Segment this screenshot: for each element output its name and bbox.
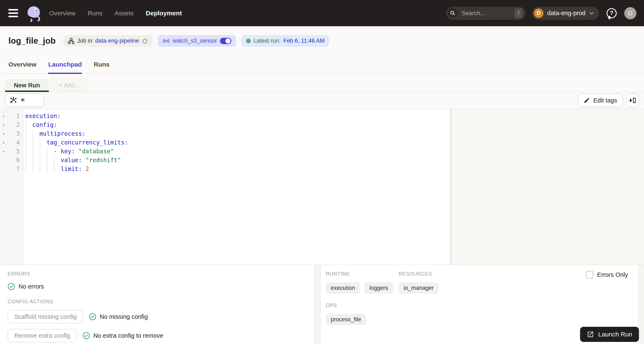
deployment-avatar: D xyxy=(534,8,544,18)
line-number: 2 xyxy=(7,121,23,129)
op-selection-input[interactable]: * xyxy=(5,94,44,107)
scrollbar-track[interactable] xyxy=(638,265,644,344)
menu-icon[interactable] xyxy=(8,9,18,17)
tab-runs[interactable]: Runs xyxy=(94,55,109,73)
code-line-4[interactable]: tag_concurrency_limits: xyxy=(25,138,450,147)
code-line-7[interactable]: limit: 2 xyxy=(25,165,450,173)
fold-toggle-icon[interactable]: ▾ xyxy=(0,147,7,156)
launch-run-button[interactable]: Launch Run xyxy=(580,327,639,342)
primary-nav: OverviewRunsAssetsDeployment xyxy=(49,10,182,17)
job-origin-pill: Job in data-eng-pipeline xyxy=(63,35,153,47)
help-icon: ? xyxy=(610,10,614,16)
config-action-status: No missing config xyxy=(89,313,148,321)
run-status-dot xyxy=(246,39,251,43)
launch-run-label: Launch Run xyxy=(598,331,632,338)
config-editor[interactable]: ▾1▾2▾3▾4▾567 execution: config: multipro… xyxy=(0,109,450,265)
sensor-icon xyxy=(162,38,170,43)
config-action-row: Scaffold missing configNo missing config xyxy=(8,310,314,324)
sensor-pill: watch_s3_sensor xyxy=(158,35,236,47)
op-selection-icon xyxy=(9,97,17,104)
preview-panel-splitter[interactable] xyxy=(314,265,321,344)
dagster-logo[interactable] xyxy=(25,5,42,22)
launch-icon xyxy=(587,331,594,338)
reload-icon[interactable] xyxy=(142,38,148,44)
config-action-status: No extra config to remove xyxy=(82,332,163,339)
pencil-icon xyxy=(584,97,590,104)
search-icon xyxy=(448,8,458,18)
errors-only-toggle[interactable]: Errors Only xyxy=(586,271,628,279)
config-schema-panel xyxy=(451,109,644,265)
code-line-6[interactable]: value: "redshift" xyxy=(25,156,450,165)
line-number: 6 xyxy=(7,156,23,165)
tab-overview[interactable]: Overview xyxy=(8,55,36,73)
fold-toggle-icon[interactable]: ▾ xyxy=(0,112,7,121)
expand-panel-icon xyxy=(629,97,636,104)
config-section-ops: OPSprocess_file xyxy=(326,302,636,325)
page-tabs: Overview Launchpad Runs xyxy=(0,55,644,74)
line-number: 4 xyxy=(7,138,23,147)
op-selection-value: * xyxy=(20,97,25,106)
page-title: log_file_job xyxy=(8,36,56,46)
fold-toggle-icon[interactable]: ▾ xyxy=(0,129,7,138)
fold-toggle-icon[interactable]: ▾ xyxy=(0,121,7,129)
errors-heading: ERRORS xyxy=(8,271,314,277)
config-section-resources: RESOURCESio_manager xyxy=(398,271,459,294)
editor-gutter: ▾1▾2▾3▾4▾567 xyxy=(0,109,23,265)
no-errors-status: No errors xyxy=(8,283,314,290)
nav-item-deployment[interactable]: Deployment xyxy=(146,10,182,17)
section-heading: OPS xyxy=(326,302,636,308)
remove-extra-config-button[interactable]: Remove extra config xyxy=(8,329,77,342)
config-action-row: Remove extra configNo extra config to re… xyxy=(8,329,314,342)
code-line-1[interactable]: execution: xyxy=(25,112,450,121)
errors-panel: ERRORS No errors CONFIG ACTIONS: Scaffol… xyxy=(0,265,314,344)
fold-toggle-icon[interactable]: ▾ xyxy=(0,138,7,147)
config-tag-loggers[interactable]: loggers xyxy=(364,282,393,294)
search-shortcut-key: / xyxy=(515,8,523,18)
pipeline-link[interactable]: data-eng-pipeline xyxy=(95,38,139,44)
help-button[interactable]: ? xyxy=(606,8,617,18)
latest-run-link[interactable]: Feb 6, 11:46 AM xyxy=(283,38,324,44)
chevron-down-icon xyxy=(589,12,594,15)
config-tab-new-run[interactable]: New Run xyxy=(5,79,49,92)
latest-run-label: Latest run: xyxy=(254,38,280,44)
scaffold-missing-config-button[interactable]: Scaffold missing config xyxy=(8,310,83,324)
deployment-name: data-eng-prod xyxy=(547,10,586,16)
config-section-runtime: RUNTIMEexecutionloggers xyxy=(326,271,393,294)
line-number: 7 xyxy=(7,165,23,173)
line-number: 3 xyxy=(7,129,23,138)
nav-item-assets[interactable]: Assets xyxy=(114,10,134,17)
config-tag-execution[interactable]: execution xyxy=(326,282,360,294)
code-line-3[interactable]: multiprocess: xyxy=(25,129,450,138)
no-errors-text: No errors xyxy=(18,283,44,290)
top-navbar: OverviewRunsAssetsDeployment Search... /… xyxy=(0,0,644,26)
launchpad-toolbar: * Edit tags xyxy=(0,92,644,109)
job-origin-prefix: Job in xyxy=(77,38,92,44)
sensor-toggle[interactable] xyxy=(220,38,231,44)
check-circle-icon xyxy=(89,313,96,321)
config-tag-process_file[interactable]: process_file xyxy=(326,314,366,325)
deployment-switcher[interactable]: D data-eng-prod xyxy=(532,7,599,20)
section-heading: RUNTIME xyxy=(326,271,393,277)
page-header: log_file_job Job in data-eng-pipeline wa… xyxy=(0,26,644,55)
nav-item-overview[interactable]: Overview xyxy=(49,10,76,17)
search-input[interactable]: Search... / xyxy=(446,7,526,20)
config-sections-panel: RUNTIMEexecutionloggersRESOURCESio_manag… xyxy=(321,265,644,344)
check-circle-icon xyxy=(8,283,15,290)
edit-tags-button[interactable]: Edit tags xyxy=(578,94,623,107)
expand-panel-button[interactable] xyxy=(626,94,639,107)
errors-only-label: Errors Only xyxy=(597,271,628,278)
code-line-5[interactable]: - key: "database" xyxy=(25,147,450,156)
editor-code-area[interactable]: execution: config: multiprocess: tag_con… xyxy=(23,109,450,265)
errors-only-checkbox[interactable] xyxy=(586,271,593,279)
latest-run-pill: Latest run: Feb 6, 11:46 AM xyxy=(242,35,329,47)
user-avatar[interactable]: G xyxy=(624,7,636,19)
search-placeholder: Search... xyxy=(462,10,485,16)
line-number: 1 xyxy=(7,112,23,121)
sensor-link[interactable]: watch_s3_sensor xyxy=(173,38,217,44)
config-tag-io_manager[interactable]: io_manager xyxy=(398,282,439,294)
tab-launchpad[interactable]: Launchpad xyxy=(48,55,82,73)
code-line-2[interactable]: config: xyxy=(25,121,450,129)
config-actions-heading: CONFIG ACTIONS: xyxy=(8,299,314,305)
add-config-tab-button[interactable]: + Add... xyxy=(50,79,88,92)
nav-item-runs[interactable]: Runs xyxy=(88,10,102,17)
